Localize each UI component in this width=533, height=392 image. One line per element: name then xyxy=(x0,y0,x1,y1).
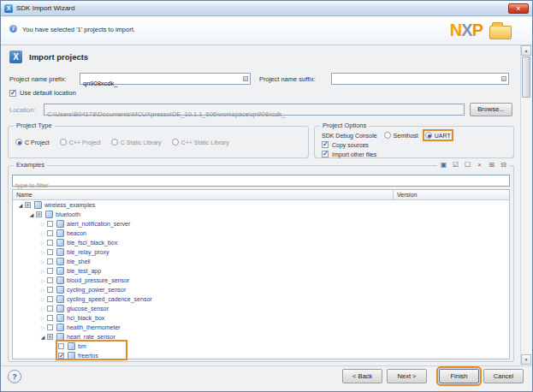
project-example-icon xyxy=(56,324,64,331)
checkbox-import-other-files[interactable]: Import other files xyxy=(322,151,376,157)
expand-icon[interactable]: ▷ xyxy=(38,277,47,283)
tree-checkbox-unchecked[interactable] xyxy=(47,315,53,321)
tree-checkbox-partial[interactable] xyxy=(25,202,31,208)
collapse-icon[interactable]: ◢ xyxy=(27,211,36,217)
expand-icon[interactable]: ▷ xyxy=(38,221,47,227)
use-default-location-label: Use default location xyxy=(20,89,76,97)
tree-row-beacon[interactable]: ▷beacon xyxy=(13,229,509,238)
scroll-up-button[interactable]: ▲ xyxy=(521,45,531,56)
tree-checkbox-unchecked[interactable] xyxy=(47,249,53,255)
tree-checkbox-unchecked[interactable] xyxy=(47,221,53,227)
tree-row-alert-notification-server[interactable]: ▷alert_notification_server xyxy=(13,219,509,229)
title-bar[interactable]: X SDK Import Wizard × xyxy=(1,1,532,16)
tree-row-heart-rate-sensor[interactable]: ◢heart_rate_sensor xyxy=(13,332,509,342)
radio-semihost[interactable]: Semihost xyxy=(384,132,418,139)
tree-checkbox-unchecked[interactable] xyxy=(58,343,64,349)
tree-checkbox-unchecked[interactable] xyxy=(47,230,53,236)
banner-message: You have selected '1' projects to import… xyxy=(22,26,135,33)
expand-all-icon[interactable]: ⊞ xyxy=(487,160,496,169)
checkbox-label: Copy sources xyxy=(332,142,369,148)
close-button[interactable]: × xyxy=(508,3,529,14)
project-options-checkboxes: Copy sourcesImport other files xyxy=(322,141,376,157)
tree-row-ble-test-app[interactable]: ▷ble_test_app xyxy=(13,266,509,276)
tree-row-blood-pressure-sensor[interactable]: ▷blood_pressure_sensor xyxy=(13,276,509,285)
tree-checkbox-partial[interactable] xyxy=(47,334,53,340)
tree-row-ble-relay-proxy[interactable]: ▷ble_relay_proxy xyxy=(13,247,509,257)
wizard-message-banner: i You have selected '1' projects to impo… xyxy=(1,17,532,45)
expand-icon[interactable]: ▷ xyxy=(38,258,47,264)
checkbox-copy-sources[interactable]: Copy sources xyxy=(322,141,376,148)
expand-icon[interactable]: ▷ xyxy=(38,230,47,236)
tree-checkbox-unchecked[interactable] xyxy=(47,240,53,246)
tree-checkbox-unchecked[interactable] xyxy=(47,258,53,264)
scrollbar-thumb[interactable] xyxy=(522,56,530,98)
tree-row-ble-fsci-black-box[interactable]: ▷ble_fsci_black_box xyxy=(13,238,509,247)
scroll-down-button[interactable]: ▼ xyxy=(521,354,531,365)
tree-row-health-thermometer[interactable]: ▷health_thermometer xyxy=(13,323,509,332)
finish-button[interactable]: Finish xyxy=(439,369,479,383)
use-default-location-checkbox[interactable] xyxy=(9,90,16,97)
select-all-icon[interactable]: ☑ xyxy=(451,160,460,169)
tree-checkbox-unchecked[interactable] xyxy=(47,306,53,312)
column-header-version[interactable]: Version xyxy=(393,190,417,200)
radio-c-static-library[interactable]: C Static Library xyxy=(111,139,162,146)
project-name-suffix-fieldwrap xyxy=(331,73,509,85)
project-name-prefix-label: Project name prefix: xyxy=(9,74,67,86)
project-name-prefix-input[interactable] xyxy=(80,79,250,89)
collapse-icon[interactable]: ◢ xyxy=(38,334,47,340)
radio-c-project[interactable]: C++ Project xyxy=(60,139,101,146)
tree-checkbox-unchecked[interactable] xyxy=(47,287,53,293)
tree-checkbox-unchecked[interactable] xyxy=(47,277,53,283)
debug-console-row: SDK Debug Console SemihostUART xyxy=(322,132,451,139)
tree-row-ble-shell[interactable]: ▷ble_shell xyxy=(13,257,509,266)
project-example-icon xyxy=(34,201,42,209)
cancel-button[interactable]: Cancel xyxy=(483,369,524,383)
expand-icon[interactable]: ▷ xyxy=(38,296,47,302)
expand-icon[interactable]: ▷ xyxy=(38,306,47,312)
import-archive-icon[interactable]: ▣ xyxy=(439,160,448,169)
project-name-prefix-fieldwrap xyxy=(80,73,251,85)
browse-button[interactable]: Browse... xyxy=(470,103,512,116)
expand-icon[interactable]: ▷ xyxy=(38,240,47,246)
nxp-letter-n: N xyxy=(450,21,461,39)
expand-icon[interactable]: ▷ xyxy=(38,268,47,274)
deselect-all-icon[interactable]: ☐ xyxy=(463,160,472,169)
expand-icon[interactable]: ▷ xyxy=(38,324,47,330)
vertical-scrollbar[interactable]: ▲ ▼ xyxy=(520,45,531,365)
tree-row-wireless-examples[interactable]: ◢wireless_examples xyxy=(13,200,509,210)
column-header-name[interactable]: Name xyxy=(16,190,33,200)
tree-checkbox-partial[interactable] xyxy=(36,211,42,217)
tree-row-hci-black-box[interactable]: ▷hci_black_box xyxy=(13,313,509,323)
expand-icon[interactable]: ▷ xyxy=(38,315,47,321)
tree-checkbox-unchecked[interactable] xyxy=(47,296,53,302)
tree-row-cycling-power-sensor[interactable]: ▷cycling_power_sensor xyxy=(13,285,509,294)
tree-item-label: bm xyxy=(78,343,86,349)
nxp-letter-p: P xyxy=(472,21,483,39)
tree-item-label: hci_black_box xyxy=(67,315,104,321)
tree-row-bm[interactable]: bm xyxy=(13,342,509,351)
next-button[interactable]: Next > xyxy=(387,369,427,383)
radio-c-static-library[interactable]: C++ Static Library xyxy=(172,139,229,146)
expand-icon[interactable]: ▷ xyxy=(38,249,47,255)
radio-c-project[interactable]: C Project xyxy=(15,139,50,146)
tree-checkbox-unchecked[interactable] xyxy=(47,268,53,274)
tree-row-glucose-sensor[interactable]: ▷glucose_sensor xyxy=(13,304,509,313)
collapse-all-icon[interactable]: ⊟ xyxy=(499,160,508,169)
tree-item-label: ble_test_app xyxy=(67,268,101,274)
use-default-location-option[interactable]: Use default location xyxy=(9,89,76,97)
project-example-icon xyxy=(56,267,64,275)
project-name-suffix-input[interactable] xyxy=(332,79,508,89)
tree-row-cycling-speed-cadence-sensor[interactable]: ▷cycling_speed_cadence_sensor xyxy=(13,294,509,304)
project-example-icon xyxy=(56,220,64,228)
tree-row-freertos[interactable]: freertos xyxy=(13,351,509,360)
collapse-icon[interactable]: ◢ xyxy=(16,202,25,208)
tree-checkbox-unchecked[interactable] xyxy=(47,324,53,330)
expand-icon[interactable]: ▷ xyxy=(38,287,47,293)
back-button[interactable]: < Back xyxy=(342,369,382,383)
radio-uart[interactable]: UART xyxy=(425,132,451,139)
clear-selection-icon[interactable]: × xyxy=(475,160,484,169)
tree-checkbox-checked[interactable] xyxy=(58,353,64,359)
project-example-icon xyxy=(56,258,64,265)
tree-row-bluetooth[interactable]: ◢bluetooth xyxy=(13,210,509,219)
help-button[interactable]: ? xyxy=(8,370,21,383)
